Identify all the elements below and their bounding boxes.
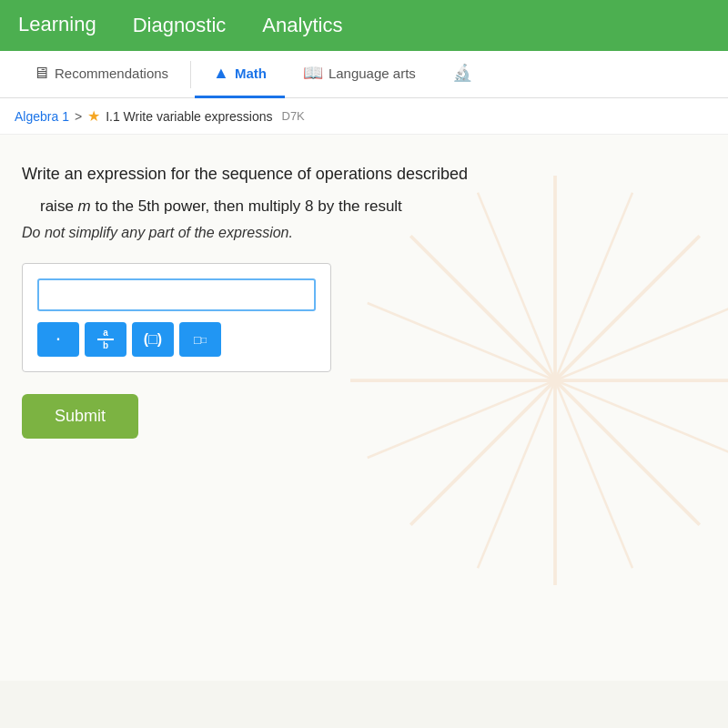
tab-language-arts[interactable]: 📖 Language arts (285, 50, 434, 98)
top-navigation: Learning Diagnostic Analytics (0, 0, 728, 51)
tab-math-label: Math (235, 66, 267, 81)
nav-diagnostic[interactable]: Diagnostic (133, 0, 227, 52)
parentheses-button[interactable]: (□) (132, 322, 174, 357)
decorative-background (328, 153, 728, 608)
svg-line-5 (478, 193, 632, 569)
submit-button[interactable]: Submit (22, 394, 138, 439)
breadcrumb: Algebra 1 > ★ I.1 Write variable express… (0, 98, 728, 135)
svg-line-7 (368, 303, 728, 458)
tab-science[interactable]: 🔬 (434, 50, 490, 98)
tab-divider-1 (190, 61, 191, 88)
answer-input[interactable] (37, 278, 316, 311)
recommendations-icon: 🖥 (33, 64, 49, 83)
tab-recommendations[interactable]: 🖥 Recommendations (15, 51, 187, 98)
svg-line-2 (410, 236, 700, 525)
fraction-icon: a b (97, 329, 114, 350)
language-arts-icon: 📖 (303, 63, 323, 83)
question-line1: Write an expression for the sequence of … (22, 162, 706, 187)
tab-math[interactable]: ▲ Math (195, 51, 285, 98)
nav-learning[interactable]: Learning (18, 0, 96, 54)
question-line2: raise m to the 5th power, then multiply … (40, 197, 706, 216)
tab-recommendations-label: Recommendations (55, 66, 168, 81)
breadcrumb-code: D7K (282, 109, 305, 123)
tab-language-arts-label: Language arts (329, 66, 416, 81)
breadcrumb-current: I.1 Write variable expressions (106, 109, 272, 124)
science-icon: 🔬 (452, 63, 472, 83)
dot-button[interactable]: · (37, 322, 79, 357)
exponent-button[interactable]: □□ (179, 322, 221, 357)
question-line3: Do not simplify any part of the expressi… (22, 225, 706, 241)
svg-line-3 (410, 236, 700, 525)
math-toolbar: · a b (□) □□ (37, 322, 316, 357)
breadcrumb-separator: > (75, 109, 82, 124)
main-content: Write an expression for the sequence of … (0, 135, 728, 681)
tab-bar: 🖥 Recommendations ▲ Math 📖 Language arts… (0, 51, 728, 98)
svg-line-6 (368, 303, 728, 458)
answer-area: · a b (□) □□ (22, 263, 331, 372)
breadcrumb-parent[interactable]: Algebra 1 (15, 109, 69, 124)
math-icon: ▲ (213, 64, 229, 83)
fraction-button[interactable]: a b (85, 322, 126, 357)
breadcrumb-star-icon: ★ (87, 107, 100, 125)
nav-analytics[interactable]: Analytics (262, 0, 342, 52)
svg-line-4 (478, 193, 632, 569)
